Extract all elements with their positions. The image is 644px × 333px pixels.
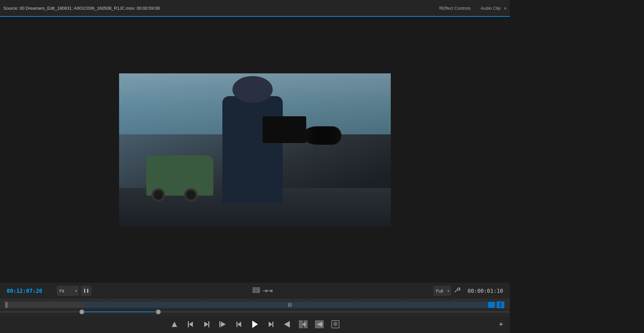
svg-marker-21 (269, 322, 272, 327)
zoom-select[interactable]: Fit 25% 50% 75% 100% (57, 286, 78, 295)
svg-rect-7 (259, 290, 260, 291)
mark-out-icon (204, 321, 210, 328)
scrub-blue-end (488, 302, 495, 308)
add-icon: + (499, 320, 503, 328)
svg-marker-10 (172, 322, 177, 327)
source-title: Source: 00 Dreamers_Edit_180831: A001C00… (3, 6, 436, 11)
car-wheel-2 (184, 188, 198, 202)
export-frame-button[interactable] (331, 320, 340, 329)
svg-rect-1 (87, 289, 88, 293)
play-icon (251, 320, 259, 329)
scrub-center-marker (288, 303, 291, 307)
header-bar: Source: 00 Dreamers_Edit_180831: A001C00… (0, 0, 510, 17)
svg-marker-16 (221, 322, 226, 327)
go-to-in-icon (219, 321, 226, 328)
film-strip-icon[interactable] (253, 287, 260, 295)
svg-rect-11 (188, 321, 189, 327)
svg-marker-20 (252, 321, 258, 328)
mark-out-button[interactable] (202, 320, 211, 329)
inout-row (0, 308, 510, 316)
controls-bar: 00:12:07:20 Fit 25% 50% 75% 100% ▾ (0, 283, 510, 299)
overwrite-button[interactable] (315, 320, 324, 329)
person-body (222, 96, 283, 203)
inout-track (0, 312, 510, 312)
scrub-track[interactable] (5, 302, 505, 308)
mark-in-button[interactable] (186, 320, 195, 329)
wrench-svg (453, 287, 460, 293)
playback-controls: + (0, 316, 510, 333)
insert-button[interactable] (299, 320, 308, 329)
svg-rect-22 (272, 322, 273, 327)
brackets-button[interactable] (81, 286, 91, 295)
add-button[interactable]: + (499, 320, 503, 329)
svg-marker-12 (189, 322, 193, 327)
svg-marker-14 (204, 322, 208, 327)
camera-lens (305, 126, 341, 145)
source-panel: Source: 00 Dreamers_Edit_180831: A001C00… (0, 0, 510, 333)
scrub-bar-container[interactable] (0, 299, 510, 308)
svg-rect-18 (236, 322, 237, 327)
video-preview (119, 73, 391, 226)
right-controls: Full 1/2 1/4 1/8 ▾ 00:00:01:10 (434, 286, 503, 295)
svg-rect-5 (253, 291, 254, 292)
quality-select-wrapper: Full 1/2 1/4 1/8 ▾ (434, 286, 451, 295)
step-forward-icon (268, 321, 274, 328)
export-frame-icon (331, 320, 339, 328)
svg-point-32 (335, 323, 336, 325)
settings-wrench-icon[interactable] (453, 287, 460, 295)
more-panels-icon[interactable]: » (504, 5, 506, 11)
timecode-right: 00:00:01:10 (463, 288, 503, 294)
center-controls: ⇥⇥ (91, 287, 434, 295)
car-wheel-1 (152, 188, 165, 202)
scrub-left-bracket[interactable] (5, 302, 8, 308)
tab-audio-clip[interactable]: Audio Clip (481, 4, 500, 12)
svg-rect-9 (254, 288, 258, 292)
tab-effect-controls[interactable]: Effect Controls (442, 4, 471, 12)
scrub-right-marker[interactable] (497, 302, 504, 308)
go-to-in-button[interactable] (218, 320, 227, 329)
scrub-range (85, 302, 495, 308)
overwrite-icon (315, 320, 324, 328)
svg-rect-15 (219, 321, 220, 327)
panel-menu-icon[interactable]: ≡ (439, 5, 442, 11)
inout-range (82, 312, 158, 312)
timeline-area (0, 299, 510, 316)
out-point-handle[interactable] (156, 310, 161, 314)
step-forward-button[interactable] (266, 320, 276, 329)
mark-button[interactable] (170, 320, 179, 329)
insert-icon (299, 320, 308, 328)
header-tabs: Effect Controls Audio Clip (442, 4, 500, 12)
svg-rect-4 (253, 290, 254, 291)
skip-forward-icon[interactable]: ⇥⇥ (263, 287, 273, 294)
svg-rect-0 (84, 289, 85, 293)
timecode-left: 00:12:07:20 (7, 288, 47, 294)
step-back-button[interactable] (234, 320, 244, 329)
step-back-icon (235, 321, 242, 328)
mark-icon (171, 321, 178, 328)
zoom-select-wrapper: Fit 25% 50% 75% 100% ▾ (52, 286, 78, 295)
go-to-out-icon (283, 321, 291, 328)
person-head (232, 76, 273, 103)
video-wrapper (0, 17, 510, 283)
brackets-icon (84, 288, 89, 293)
svg-rect-8 (259, 291, 260, 292)
svg-rect-6 (259, 288, 260, 289)
filmstrip-svg (253, 287, 260, 293)
svg-rect-24 (289, 321, 290, 327)
svg-marker-19 (237, 322, 241, 327)
svg-rect-13 (208, 321, 209, 327)
quality-select[interactable]: Full 1/2 1/4 1/8 (434, 286, 451, 295)
svg-marker-23 (284, 322, 289, 327)
svg-rect-3 (253, 288, 254, 289)
camera-body (263, 116, 306, 143)
mark-in-icon (187, 321, 194, 328)
play-button[interactable] (250, 320, 260, 329)
video-frame (119, 73, 391, 226)
go-to-out-button[interactable] (282, 320, 292, 329)
in-point-handle[interactable] (79, 310, 84, 314)
